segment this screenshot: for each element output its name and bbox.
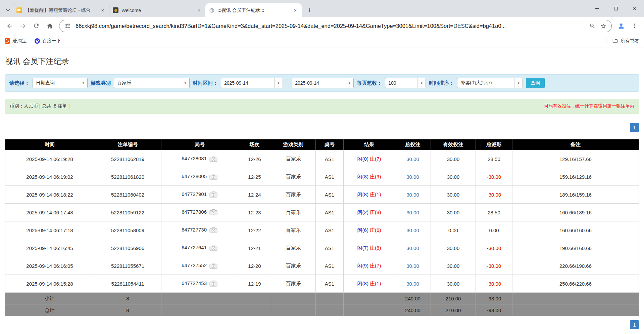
- browser-tab-forum[interactable]: 【新提醒】海燕策略论坛 - 综合 ×: [13, 3, 109, 17]
- address-bar[interactable]: 66cxkj98.com/game/betrecord_search/kind3…: [59, 20, 612, 32]
- cell-game-type: 百家乐: [271, 221, 316, 239]
- column-header: 总投注: [395, 139, 431, 150]
- search-button[interactable]: 查询: [526, 78, 545, 88]
- tab-close-icon[interactable]: ×: [100, 7, 106, 13]
- cell-table-number: AS1: [316, 257, 344, 275]
- query-type-select[interactable]: 日期查询 ▼: [33, 78, 88, 88]
- page-size-select[interactable]: 100 ▼: [385, 78, 426, 88]
- cell-bet-number: 522811062819: [94, 150, 161, 168]
- table-body: 2025-09-14 06:19:28522811062819647728081…: [5, 150, 639, 293]
- tab-strip: 【新提醒】海燕策略论坛 - 综合 × Welcome × :::视讯 会员下注纪…: [0, 0, 644, 17]
- cell-valid-bet: 30.00: [431, 168, 476, 186]
- column-header: 有效投注: [431, 139, 476, 150]
- cell-time: 2025-09-14 06:16:05: [5, 257, 94, 275]
- cell-bet-number: 522811058009: [94, 221, 161, 239]
- bookmark-aitaobao[interactable]: 爱淘宝: [5, 38, 27, 44]
- game-type-label: 游戏类别: [91, 80, 111, 86]
- home-button[interactable]: [44, 20, 56, 32]
- column-header: 时间: [5, 139, 94, 150]
- currency-summary-text: 币别：人民币 | 总共 :8 注单 |: [10, 103, 69, 109]
- zoom-indicator-icon[interactable]: [588, 22, 597, 30]
- video-replay-icon[interactable]: [209, 280, 218, 287]
- sort-order-select[interactable]: 降幂(由大到小) ▼: [457, 78, 523, 88]
- cell-result: 闲(8) 庄(1): [344, 275, 395, 293]
- cell-table-number: AS1: [316, 275, 344, 293]
- empty-cell: [271, 304, 316, 316]
- cell-table-number: AS1: [316, 204, 344, 221]
- bet-record-row: 2025-09-14 06:17:48522811059122647727806…: [5, 204, 639, 221]
- cell-total-bet: 30.00: [395, 168, 431, 186]
- video-replay-icon[interactable]: [209, 209, 218, 216]
- bookmarks-bar: 爱淘宝 百度一下 所有书签: [0, 35, 644, 47]
- chevron-down-icon: ▼: [181, 78, 189, 88]
- video-replay-icon[interactable]: [209, 227, 218, 234]
- total-bet-link[interactable]: 30.00: [406, 227, 419, 233]
- total-bet-link[interactable]: 30.00: [406, 263, 419, 269]
- bet-record-row: 2025-09-14 06:17:18522811058009647727730…: [5, 221, 639, 239]
- new-tab-button[interactable]: +: [304, 5, 314, 15]
- total-bet-link[interactable]: 30.00: [406, 174, 419, 180]
- video-replay-icon[interactable]: [209, 245, 218, 251]
- cell-total-bet: 30.00: [395, 257, 431, 275]
- browser-tab-bet-record[interactable]: :::视讯 会员下注纪录::: ×: [205, 3, 302, 17]
- cell-valid-bet: 30.00: [431, 204, 476, 221]
- cell-total-bet: 30.00: [395, 150, 431, 168]
- total-bet-link[interactable]: 30.00: [406, 156, 419, 162]
- video-replay-icon[interactable]: [209, 262, 218, 269]
- cell-game-type: 百家乐: [271, 168, 316, 186]
- cell-note: 159.16/129.16: [512, 168, 639, 186]
- video-replay-icon[interactable]: [209, 173, 218, 180]
- game-type-select[interactable]: 百家乐 ▼: [114, 78, 190, 88]
- total-bet-link[interactable]: 30.00: [406, 192, 419, 198]
- refresh-button[interactable]: [30, 20, 42, 32]
- bookmark-baidu[interactable]: 百度一下: [35, 38, 61, 44]
- bet-record-row: 2025-09-14 06:18:22522811060402647727901…: [5, 186, 639, 204]
- cell-note: 189.16/159.16: [512, 186, 639, 204]
- video-replay-icon[interactable]: [209, 191, 218, 198]
- cell-session: 12-23: [238, 204, 271, 221]
- forward-button[interactable]: [17, 20, 29, 32]
- page-number-button[interactable]: 1: [630, 123, 639, 132]
- tab-title: 【新提醒】海燕策略论坛 - 综合: [25, 7, 98, 13]
- total-bet-link[interactable]: 30.00: [406, 281, 419, 287]
- subtotal-label: 小计: [5, 293, 94, 304]
- date-end-select[interactable]: 2025-09-14 ▼: [292, 78, 354, 88]
- page-number-button[interactable]: 1: [630, 320, 639, 329]
- cell-valid-bet: 30.00: [431, 186, 476, 204]
- summary-bar: 币别：人民币 | 总共 :8 注单 | 同局有效投注，统一计算在该局第一张注单内: [5, 99, 639, 114]
- tab-close-icon[interactable]: ×: [292, 7, 298, 13]
- subtotal-payout: -93.00: [476, 293, 512, 304]
- back-button[interactable]: [3, 20, 15, 32]
- cell-table-number: AS1: [316, 239, 344, 257]
- chevron-down-icon: ▼: [514, 78, 523, 88]
- subtotal-row: 小计 8 240.00 210.00 -93.00: [5, 293, 639, 304]
- site-settings-tune-icon[interactable]: [63, 22, 72, 30]
- empty-cell: [271, 293, 316, 304]
- minimize-button[interactable]: [588, 0, 606, 17]
- browser-tab-welcome[interactable]: Welcome ×: [109, 3, 205, 17]
- video-replay-icon[interactable]: [209, 156, 218, 162]
- browser-menu-icon[interactable]: [629, 20, 641, 32]
- cell-session: 12-24: [238, 186, 271, 204]
- cell-payout: -30.00: [476, 257, 512, 275]
- close-button[interactable]: ×: [625, 0, 644, 17]
- profile-avatar-icon[interactable]: [615, 20, 627, 32]
- bookmark-star-icon[interactable]: [599, 22, 607, 30]
- maximize-button[interactable]: [606, 0, 625, 17]
- cell-payout: -30.00: [476, 168, 512, 186]
- cell-time: 2025-09-14 06:16:45: [5, 239, 94, 257]
- cell-valid-bet: 30.00: [431, 150, 476, 168]
- cell-game-type: 百家乐: [271, 186, 316, 204]
- total-bet-link[interactable]: 30.00: [406, 245, 419, 251]
- total-bet-link[interactable]: 30.00: [406, 210, 419, 215]
- tab-close-icon[interactable]: ×: [196, 7, 202, 13]
- cell-bet-number: 522811060402: [94, 186, 161, 204]
- all-bookmarks-button[interactable]: 所有书签: [606, 38, 639, 44]
- cell-table-number: AS1: [316, 150, 344, 168]
- tab-search-chevron-icon[interactable]: [3, 4, 13, 16]
- filter-bar: 请选择： 日期查询 ▼ 游戏类别 百家乐 ▼ 时间区间： 2025-09-14 …: [5, 74, 639, 92]
- pagination-top: 1: [5, 123, 639, 132]
- globe-favicon-icon: [209, 7, 214, 13]
- query-type-value: 日期查询: [33, 78, 79, 88]
- date-start-select[interactable]: 2025-09-14 ▼: [221, 78, 283, 88]
